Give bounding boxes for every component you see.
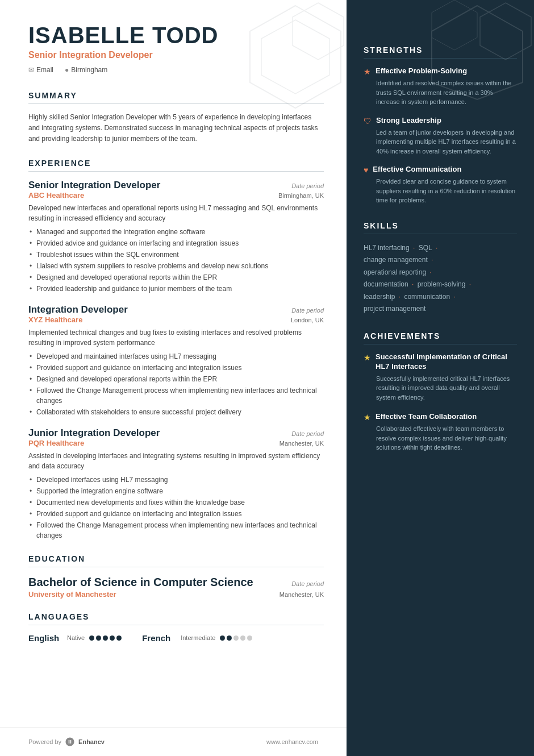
strength-2-name: Strong Leadership xyxy=(376,116,441,126)
education-section: EDUCATION Bachelor of Science in Compute… xyxy=(28,554,324,599)
languages-title: LANGUAGES xyxy=(28,612,324,625)
dot xyxy=(240,635,245,641)
job-2: Integration Developer Date period XYZ He… xyxy=(28,304,324,417)
language-english: English Native xyxy=(28,633,122,643)
job-1-date: Date period xyxy=(291,182,324,189)
bullet-item: Provided support and guidance on interfa… xyxy=(28,363,324,373)
bullet-item: Troubleshot issues within the SQL enviro… xyxy=(28,250,324,260)
strength-2-desc: Led a team of junior developers in devel… xyxy=(376,128,517,156)
languages-section: LANGUAGES English Native French xyxy=(28,612,324,643)
job-3: Junior Integration Developer Date period… xyxy=(28,427,324,541)
job-1-company: ABC Healthcare xyxy=(28,191,84,200)
email-label: Email xyxy=(36,66,53,74)
job-1-role: Senior Integration Developer xyxy=(28,180,160,191)
dot xyxy=(110,635,115,641)
star-icon: ★ xyxy=(364,353,371,362)
skills-title: SKILLS xyxy=(364,221,517,234)
lang-english-name: English xyxy=(28,633,62,643)
lang-english-level: Native xyxy=(67,634,85,641)
svg-marker-5 xyxy=(432,0,477,50)
skill-separator: · xyxy=(429,256,433,264)
lang-english-dots xyxy=(89,635,122,641)
strength-3: ♥ Effective Communication Provided clear… xyxy=(364,165,517,205)
powered-by-text: Powered by xyxy=(28,738,61,745)
resume-page: ISABELLE TODD Senior Integration Develop… xyxy=(0,0,534,756)
dot xyxy=(116,635,122,641)
job-3-date: Date period xyxy=(291,430,324,437)
job-2-company: XYZ Healthcare xyxy=(28,315,82,324)
footer-logo: Powered by Enhancv xyxy=(28,737,105,747)
job-1: Senior Integration Developer Date period… xyxy=(28,180,324,294)
job-3-header: Junior Integration Developer Date period xyxy=(28,427,324,439)
school-name: University of Manchester xyxy=(28,590,116,599)
email-contact: ✉ Email xyxy=(28,66,53,74)
dot xyxy=(247,635,252,641)
job-3-desc: Assisted in developing interfaces and in… xyxy=(28,451,324,471)
job-2-header: Integration Developer Date period xyxy=(28,304,324,315)
experience-section: EXPERIENCE Senior Integration Developer … xyxy=(28,159,324,541)
lang-french-dots xyxy=(220,635,252,641)
education-location: Manchester, UK xyxy=(279,591,324,598)
skill-separator: · xyxy=(411,244,417,252)
footer: Powered by Enhancv www.enhancv.com xyxy=(0,727,347,756)
job-2-bullets: Developed and maintained interfaces usin… xyxy=(28,351,324,417)
candidate-name: ISABELLE TODD xyxy=(28,23,324,48)
job-3-location: Manchester, UK xyxy=(279,440,324,447)
achievement-2-header: ★ Effective Team Collaboration xyxy=(364,412,517,422)
skills-section: SKILLS HL7 interfacing · SQL · change ma… xyxy=(364,221,517,316)
skill-item: SQL xyxy=(419,244,432,252)
job-1-location: Birmingham, UK xyxy=(278,192,324,199)
skill-item: documentation xyxy=(364,280,408,288)
skill-separator: · xyxy=(410,280,416,288)
bullet-item: Liaised with system suppliers to resolve… xyxy=(28,261,324,271)
achievements-title: ACHIEVEMENTS xyxy=(364,331,517,344)
achievement-2: ★ Effective Team Collaboration Collabora… xyxy=(364,412,517,452)
bullet-item: Designed and developed operational repor… xyxy=(28,272,324,283)
job-1-company-row: ABC Healthcare Birmingham, UK xyxy=(28,191,324,200)
shield-icon: 🛡 xyxy=(364,117,372,126)
dot xyxy=(227,635,232,641)
job-2-desc: Implemented technical changes and bug fi… xyxy=(28,327,324,348)
dot xyxy=(233,635,239,641)
skill-separator: · xyxy=(467,280,471,288)
bullet-item: Developed and maintained interfaces usin… xyxy=(28,351,324,362)
skill-item: operational reporting xyxy=(364,268,426,276)
hex-decoration-right xyxy=(420,0,534,102)
skill-separator: · xyxy=(434,244,438,252)
education-date: Date period xyxy=(291,580,324,587)
star-icon: ★ xyxy=(364,413,371,422)
strength-2: 🛡 Strong Leadership Led a team of junior… xyxy=(364,116,517,156)
candidate-title: Senior Integration Developer xyxy=(28,50,324,60)
education-header: Bachelor of Science in Computer Science … xyxy=(28,575,324,589)
summary-text: Highly skilled Senior Integration Develo… xyxy=(28,112,324,145)
job-1-desc: Developed new interfaces and operational… xyxy=(28,203,324,223)
skill-separator: · xyxy=(428,268,432,276)
bullet-item: Supported the integration engine softwar… xyxy=(28,486,324,496)
degree-name: Bachelor of Science in Computer Science xyxy=(28,575,253,589)
enhancv-logo-icon xyxy=(65,737,75,747)
languages-row: English Native French Intermediate xyxy=(28,633,324,643)
job-1-header: Senior Integration Developer Date period xyxy=(28,180,324,191)
achievement-1: ★ Successful Implementation of Critical … xyxy=(364,352,517,402)
achievement-1-name: Successful Implementation of Critical HL… xyxy=(376,352,517,372)
bullet-item: Provided leadership and guidance to juni… xyxy=(28,284,324,294)
bullet-item: Followed the Change Management process w… xyxy=(28,385,324,406)
job-2-company-row: XYZ Healthcare London, UK xyxy=(28,315,324,324)
header: ISABELLE TODD Senior Integration Develop… xyxy=(28,23,324,74)
bullet-item: Managed and supported the integration en… xyxy=(28,227,324,237)
bullet-item: Provided advice and guidance on interfac… xyxy=(28,238,324,248)
language-french: French Intermediate xyxy=(142,633,252,643)
lang-french-name: French xyxy=(142,633,176,643)
job-3-role: Junior Integration Developer xyxy=(28,427,160,439)
location-label: Birmingham xyxy=(71,66,107,74)
location-contact: ● Birmingham xyxy=(65,66,107,74)
dot xyxy=(89,635,94,641)
job-3-company-row: PQR Healthcare Manchester, UK xyxy=(28,439,324,447)
bullet-item: Followed the Change Management process w… xyxy=(28,520,324,541)
left-column: ISABELLE TODD Senior Integration Develop… xyxy=(0,0,347,756)
job-1-bullets: Managed and supported the integration en… xyxy=(28,227,324,294)
skill-item: HL7 interfacing xyxy=(364,244,410,252)
strength-3-desc: Provided clear and concise guidance to s… xyxy=(376,177,517,205)
bullet-item: Developed interfaces using HL7 messaging xyxy=(28,475,324,485)
right-column: STRENGTHS ★ Effective Problem-Solving Id… xyxy=(347,0,534,756)
